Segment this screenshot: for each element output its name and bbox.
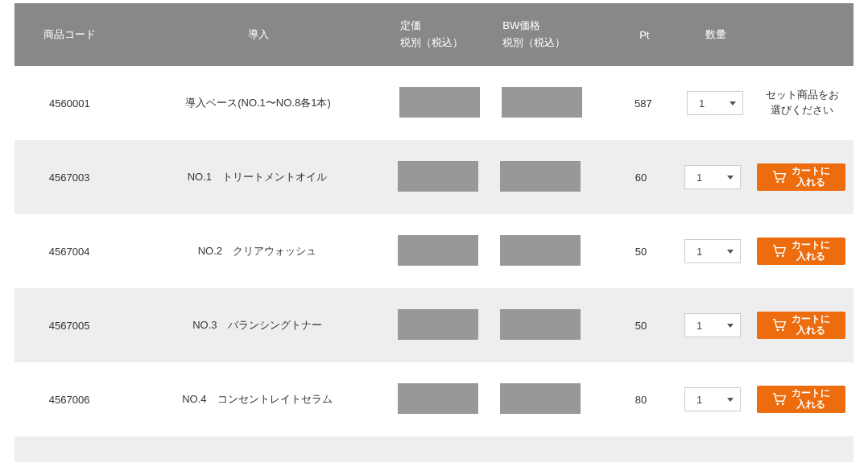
header-pt: Pt: [609, 29, 680, 41]
cell-code: 4567003: [14, 172, 124, 184]
cell-action: カートに入れる: [749, 386, 854, 413]
cart-icon: [772, 245, 787, 258]
cell-code: 4567005: [14, 320, 124, 332]
quantity-value: 1: [696, 394, 702, 406]
cart-icon: [772, 319, 787, 332]
table-row: 4560001 導入ベース(NO.1〜NO.8各1本) 587 1 セット商品を…: [14, 66, 854, 140]
table-row: 4567004 NO.2 クリアウォッシュ 50 1 カートに入れる: [14, 214, 854, 288]
cell-pt: 50: [606, 320, 676, 332]
cell-pt: 50: [606, 246, 676, 258]
cell-pt: 587: [608, 97, 679, 110]
quantity-value: 1: [699, 97, 705, 110]
cell-bwprice: [494, 87, 608, 120]
price-hidden-box: [398, 309, 478, 340]
header-qty: 数量: [680, 27, 750, 42]
cell-name: 導入ベース(NO.1〜NO.8各1本): [125, 96, 391, 110]
add-to-cart-button[interactable]: カートに入れる: [757, 163, 845, 191]
price-hidden-box: [398, 161, 478, 192]
cell-qty: 1: [676, 239, 749, 263]
svg-point-1: [782, 180, 784, 183]
cart-icon: [772, 393, 787, 406]
add-to-cart-button[interactable]: カートに入れる: [757, 386, 845, 413]
cell-code: 4567006: [14, 394, 124, 406]
cell-qty: 1: [676, 165, 749, 189]
header-code: 商品コード: [14, 27, 125, 42]
svg-point-5: [782, 329, 784, 331]
table-row: 4567005 NO.3 バランシングトナー 50 1 カートに入れる: [14, 288, 854, 362]
set-product-message: セット商品をお選びください: [766, 88, 839, 118]
cell-name: NO.2 クリアウォッシュ: [124, 244, 390, 258]
quantity-select[interactable]: 1: [684, 387, 741, 411]
cell-action: セット商品をお選びください: [751, 88, 854, 118]
bwprice-hidden-box: [500, 309, 581, 340]
svg-point-4: [776, 329, 779, 331]
product-table: 商品コード 導入 定価税別（税込） BW価格税別（税込） Pt 数量 45600…: [14, 3, 854, 462]
cell-pt: 80: [606, 394, 676, 406]
cell-name: NO.3 バランシングトナー: [124, 318, 390, 333]
quantity-value: 1: [696, 172, 702, 184]
bwprice-hidden-box: [500, 235, 581, 266]
cell-code: 4567004: [14, 246, 124, 258]
cart-button-label: カートに入れる: [792, 166, 830, 188]
svg-point-2: [776, 254, 779, 257]
add-to-cart-button[interactable]: カートに入れる: [757, 312, 845, 339]
bwprice-hidden-box: [502, 87, 582, 118]
add-to-cart-button[interactable]: カートに入れる: [757, 238, 845, 265]
quantity-value: 1: [696, 246, 702, 258]
header-name: 導入: [125, 27, 392, 42]
price-hidden-box: [399, 87, 480, 118]
cart-button-label: カートに入れる: [792, 240, 830, 262]
cell-price: [391, 87, 494, 120]
cell-action: カートに入れる: [749, 312, 854, 339]
quantity-select[interactable]: 1: [684, 313, 741, 337]
cell-name: NO.1 トリートメントオイル: [124, 170, 390, 184]
quantity-value: 1: [696, 320, 702, 332]
cell-price: [390, 309, 492, 342]
cell-price: [390, 161, 492, 194]
svg-point-3: [782, 254, 784, 257]
price-hidden-box: [398, 235, 478, 266]
table-row: 4567006 NO.4 コンセントレイトセラム 80 1 カートに入: [14, 362, 854, 436]
svg-point-0: [776, 180, 779, 183]
cell-bwprice: [492, 309, 606, 342]
cell-pt: 60: [606, 172, 676, 184]
quantity-select[interactable]: 1: [687, 91, 743, 115]
next-row-peek: [14, 436, 854, 462]
cell-qty: 1: [679, 91, 751, 115]
cell-action: カートに入れる: [749, 163, 854, 191]
table-header-row: 商品コード 導入 定価税別（税込） BW価格税別（税込） Pt 数量: [14, 3, 854, 66]
header-price: 定価税別（税込）: [392, 18, 494, 52]
chevron-down-icon: [727, 324, 734, 328]
table-row: 4567003 NO.1 トリートメントオイル 60 1 カートに入れ: [14, 140, 854, 214]
quantity-select[interactable]: 1: [684, 239, 741, 263]
cell-qty: 1: [676, 313, 749, 337]
chevron-down-icon: [727, 398, 734, 402]
bwprice-hidden-box: [500, 383, 581, 414]
svg-point-6: [776, 403, 779, 405]
cell-bwprice: [492, 235, 606, 268]
cell-price: [390, 383, 492, 416]
svg-point-7: [782, 403, 784, 405]
cell-price: [390, 235, 492, 268]
cell-bwprice: [492, 383, 606, 416]
cell-qty: 1: [676, 387, 749, 411]
cell-code: 4560001: [14, 97, 125, 110]
chevron-down-icon: [727, 176, 734, 180]
cart-button-label: カートに入れる: [792, 388, 830, 411]
cart-button-label: カートに入れる: [792, 314, 830, 337]
chevron-down-icon: [727, 250, 734, 254]
quantity-select[interactable]: 1: [684, 165, 741, 189]
bwprice-hidden-box: [500, 161, 581, 192]
cell-action: カートに入れる: [749, 238, 854, 265]
cart-icon: [772, 171, 787, 184]
cell-bwprice: [492, 161, 606, 194]
chevron-down-icon: [730, 101, 736, 105]
header-bwprice: BW価格税別（税込）: [494, 18, 609, 52]
price-hidden-box: [398, 383, 478, 414]
cell-name: NO.4 コンセントレイトセラム: [124, 392, 390, 407]
